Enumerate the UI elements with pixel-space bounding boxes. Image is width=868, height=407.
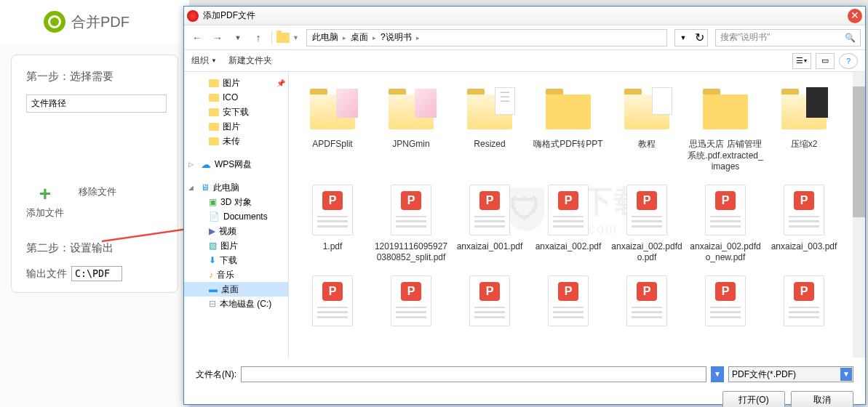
breadcrumb[interactable]: 此电脑▸ 桌面▸ ?说明书▸ <box>306 29 667 47</box>
file-item[interactable]: P <box>450 273 529 332</box>
nav-forward-button[interactable]: → <box>209 29 226 47</box>
file-item[interactable]: P <box>765 273 843 332</box>
tree-item-安下载[interactable]: 安下载 <box>184 105 288 119</box>
tree-item-WPS网盘[interactable]: ▷☁WPS网盘 <box>184 157 288 172</box>
file-open-dialog: 添加PDF文件 ✕ ← → ▼ ↑ ▼ 此电脑▸ 桌面▸ ?说明书▸ ▼ ↻ 搜… <box>183 6 866 405</box>
add-file-button[interactable]: + 添加文件 <box>26 185 64 219</box>
help-button[interactable]: ? <box>839 53 858 69</box>
tree-item-图片[interactable]: ▧图片 <box>184 238 288 253</box>
file-item[interactable]: P <box>293 273 372 332</box>
tree-item-图片[interactable]: 图片📌 <box>184 76 288 90</box>
new-folder-button[interactable]: 新建文件夹 <box>228 55 272 67</box>
plus-icon: + <box>36 185 54 203</box>
file-path-column: 文件路径 <box>26 94 167 113</box>
dialog-titlebar[interactable]: 添加PDF文件 ✕ <box>184 7 865 25</box>
dialog-icon <box>187 10 199 22</box>
file-item[interactable]: 教程 <box>608 79 686 173</box>
bg-header: 合并PDF <box>0 0 189 44</box>
tree-item-ICO[interactable]: ICO <box>184 90 288 105</box>
dialog-toolbar: 组织▼ 新建文件夹 ☰ ▼ ▭ ? <box>184 50 865 72</box>
file-grid: 🛡 安下载 anxz.com APDFSplitJPNGmin═════════… <box>289 72 865 358</box>
merge-pdf-icon <box>44 11 65 33</box>
open-button[interactable]: 打开(O) <box>722 391 785 407</box>
dropdown-icon[interactable]: ▼ <box>675 30 691 46</box>
dialog-footer: 文件名(N): ▼ PDF文件(*.PDF) ▼ 打开(O) 取消 <box>184 358 865 407</box>
folder-dropdown-icon[interactable]: ▼ <box>292 34 299 41</box>
file-item[interactable]: Panxaizai_002.pdfdo.pdf <box>608 182 686 264</box>
refresh-button[interactable]: ↻ <box>691 30 707 46</box>
preview-pane-button[interactable]: ▭ <box>816 53 835 69</box>
annotation-arrow <box>102 225 196 250</box>
nav-history-dropdown[interactable]: ▼ <box>229 29 247 47</box>
tree-item-视频[interactable]: ▶视频 <box>184 224 288 238</box>
background-app: 合并PDF 第一步：选择需要 文件路径 + 添加文件 移除文件 第二步：设置输出… <box>0 0 189 407</box>
folder-tree: 图片📌ICO安下载图片未传▷☁WPS网盘◢🖥此电脑▣3D 对象📄Document… <box>184 72 289 358</box>
file-item[interactable]: 嗨格式PDF转PPT <box>529 79 608 173</box>
output-label: 输出文件 <box>26 267 67 281</box>
search-input[interactable]: 搜索"说明书" 🔍 <box>715 29 861 47</box>
view-options-button[interactable]: ☰ ▼ <box>792 53 811 69</box>
organize-button[interactable]: 组织▼ <box>191 55 217 67</box>
close-button[interactable]: ✕ <box>848 9 862 23</box>
file-item[interactable]: APDFSplit <box>293 79 372 173</box>
tree-item-3D 对象[interactable]: ▣3D 对象 <box>184 195 288 209</box>
tree-item-桌面[interactable]: ▬桌面 <box>184 282 288 297</box>
filetype-filter[interactable]: PDF文件(*.PDF) ▼ <box>728 366 853 382</box>
remove-file-button[interactable]: 移除文件 <box>79 185 116 219</box>
nav-back-button[interactable]: ← <box>188 29 206 47</box>
tree-item-未传[interactable]: 未传 <box>184 134 288 148</box>
svg-line-0 <box>102 229 188 241</box>
file-item[interactable]: ═════════Resized <box>450 79 529 173</box>
cancel-button[interactable]: 取消 <box>791 391 853 407</box>
file-item[interactable]: P <box>372 273 450 332</box>
nav-up-button[interactable]: ↑ <box>250 29 267 47</box>
file-item[interactable]: Panxaizai_001.pdf <box>450 182 529 264</box>
file-item[interactable]: P1201911160959270380852_split.pdf <box>372 182 450 264</box>
file-item[interactable]: P1.pdf <box>293 182 372 264</box>
file-item[interactable]: P <box>529 273 608 332</box>
file-item[interactable]: 压缩x2 <box>765 79 843 173</box>
file-item[interactable]: 思迅天店 店铺管理系统.pdf.extracted_images <box>686 79 765 173</box>
filename-label: 文件名(N): <box>196 368 236 381</box>
tree-item-此电脑[interactable]: ◢🖥此电脑 <box>184 180 288 195</box>
file-item[interactable]: JPNGmin <box>372 79 450 173</box>
filename-input[interactable] <box>241 366 706 382</box>
step1-label: 第一步：选择需要 <box>26 70 167 84</box>
filename-dropdown[interactable]: ▼ <box>711 366 724 382</box>
tree-item-本地磁盘 (C:)[interactable]: ⊟本地磁盘 (C:) <box>184 297 288 311</box>
dialog-title: 添加PDF文件 <box>203 9 848 22</box>
bg-title: 合并PDF <box>71 12 130 32</box>
tree-item-图片[interactable]: 图片 <box>184 119 288 134</box>
file-item[interactable]: Panxaizai_002.pdfdo_new.pdf <box>686 182 765 264</box>
file-item[interactable]: P <box>686 273 765 332</box>
file-item[interactable]: P <box>608 273 686 332</box>
tree-item-Documents[interactable]: 📄Documents <box>184 209 288 224</box>
folder-icon <box>276 33 290 43</box>
navigation-bar: ← → ▼ ↑ ▼ 此电脑▸ 桌面▸ ?说明书▸ ▼ ↻ 搜索"说明书" 🔍 <box>184 25 865 50</box>
file-item[interactable]: Panxaizai_002.pdf <box>529 182 608 264</box>
tree-item-音乐[interactable]: ♪音乐 <box>184 267 288 282</box>
output-path-input[interactable] <box>71 266 122 281</box>
tree-item-下载[interactable]: ⬇下载 <box>184 253 288 267</box>
file-item[interactable]: Panxaizai_003.pdf <box>765 182 843 264</box>
search-icon: 🔍 <box>845 33 856 43</box>
